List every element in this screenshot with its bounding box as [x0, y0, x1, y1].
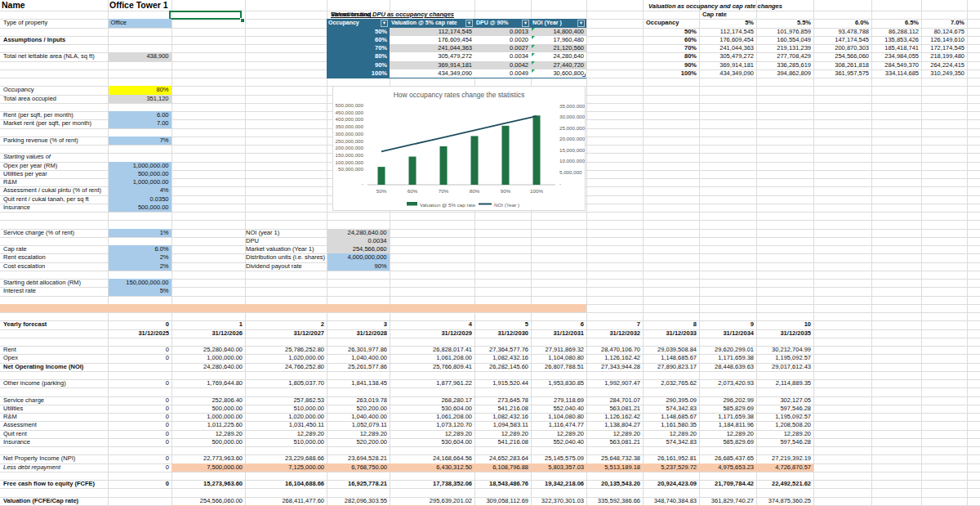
forecast-value-cell[interactable]: 28,448,639.63: [699, 363, 756, 371]
forecast-date-cell[interactable]: 31/12/2035: [756, 329, 813, 338]
forecast-value-cell[interactable]: 25,145,575.09: [531, 455, 586, 463]
forecast-value-cell[interactable]: 252,806.40: [172, 396, 245, 405]
stress-valuation-cell[interactable]: 112,174,545: [390, 28, 474, 36]
forecast-value-cell[interactable]: 25,786,252.80: [245, 346, 327, 354]
forecast-value-cell[interactable]: 0: [108, 413, 172, 421]
forecast-value-cell[interactable]: 520,200.00: [327, 438, 390, 446]
forecast-value-cell[interactable]: 18,543,486.76: [474, 480, 531, 488]
forecast-value-cell[interactable]: 530,604.00: [390, 438, 474, 446]
forecast-value-cell[interactable]: 597,546.28: [756, 405, 813, 413]
forecast-value-cell[interactable]: 279,118.69: [531, 396, 586, 405]
matrix-value-cell[interactable]: 264,224,415: [921, 61, 967, 69]
input-cell[interactable]: Office: [109, 19, 172, 27]
forecast-year-cell[interactable]: 7: [586, 320, 643, 329]
matrix-value-cell[interactable]: 284,549,370: [871, 61, 921, 69]
forecast-value-cell[interactable]: 12,289.20: [327, 430, 390, 438]
forecast-value-cell[interactable]: 290,395.09: [643, 396, 699, 405]
forecast-value-cell[interactable]: 541,216.08: [474, 405, 531, 413]
forecast-value-cell[interactable]: 1,161,580.35: [643, 421, 699, 429]
matrix-value-cell[interactable]: 135,853,426: [871, 36, 921, 44]
filter-button[interactable]: ▼: [381, 20, 388, 27]
property-name-cell[interactable]: Office Tower 1: [109, 0, 168, 11]
forecast-value-cell[interactable]: 29,017,612.43: [756, 363, 813, 371]
matrix-value-cell[interactable]: 219,131,239: [756, 44, 813, 52]
forecast-value-cell[interactable]: 1,061,208.00: [390, 413, 474, 421]
output-cell[interactable]: 254,566,060: [327, 245, 390, 253]
forecast-value-cell[interactable]: 1,040,400.00: [327, 354, 390, 362]
input-cell[interactable]: 2%: [109, 253, 172, 262]
stress-occupancy-cell[interactable]: 100%: [327, 69, 390, 78]
forecast-value-cell[interactable]: 1,094,583.11: [474, 421, 531, 429]
matrix-value-cell[interactable]: 93,478,788: [813, 28, 871, 36]
forecast-value-cell[interactable]: 27,219,392.19: [756, 455, 813, 463]
forecast-value-cell[interactable]: 574,342.83: [643, 405, 699, 413]
forecast-value-cell[interactable]: 1,208,508.20: [756, 421, 813, 429]
forecast-value-cell[interactable]: 309,058,112.69: [474, 497, 531, 505]
forecast-value-cell[interactable]: 1,082,432.16: [474, 413, 531, 421]
forecast-value-cell[interactable]: 7,125,000.00: [245, 463, 327, 472]
forecast-value-cell[interactable]: 26,282,145.60: [474, 363, 531, 371]
forecast-value-cell[interactable]: 322,370,301.03: [531, 497, 586, 505]
stress-noi-cell[interactable]: 17,960,480: [531, 36, 586, 44]
forecast-value-cell[interactable]: 1,877,961.22: [390, 379, 474, 387]
forecast-value-cell[interactable]: 520,200.00: [327, 405, 390, 413]
forecast-value-cell[interactable]: 585,829.69: [699, 438, 756, 446]
input-cell[interactable]: 7.00: [109, 119, 172, 128]
forecast-value-cell[interactable]: 597,546.28: [756, 438, 813, 446]
forecast-value-cell[interactable]: 1,841,138.45: [327, 379, 390, 387]
matrix-value-cell[interactable]: 305,479,272: [699, 52, 756, 60]
forecast-value-cell[interactable]: 0: [108, 396, 172, 405]
matrix-value-cell[interactable]: 80,124,675: [921, 28, 967, 36]
forecast-value-cell[interactable]: 24,766,252.80: [245, 363, 327, 371]
input-cell[interactable]: 4%: [109, 186, 172, 195]
forecast-value-cell[interactable]: 4,726,870.57: [756, 463, 813, 472]
stress-noi-cell[interactable]: 14,800,400: [531, 28, 586, 36]
matrix-value-cell[interactable]: 336,285,619: [756, 61, 813, 69]
stress-noi-cell[interactable]: 27,440,720: [531, 61, 586, 69]
forecast-value-cell[interactable]: 0: [108, 354, 172, 362]
forecast-value-cell[interactable]: 0: [108, 430, 172, 438]
forecast-value-cell[interactable]: 361,829,740.27: [699, 497, 756, 505]
forecast-value-cell[interactable]: 2,032,765.62: [643, 379, 699, 387]
forecast-value-cell[interactable]: 25,280,640.00: [172, 346, 245, 354]
matrix-value-cell[interactable]: 334,114,685: [871, 69, 921, 78]
forecast-value-cell[interactable]: 1,020,000.00: [245, 354, 327, 362]
forecast-value-cell[interactable]: 27,364,577.76: [474, 346, 531, 354]
forecast-value-cell[interactable]: 1,126,162.42: [586, 354, 643, 362]
stress-dpu-cell[interactable]: 0.0042: [474, 61, 531, 69]
table-resize-handle[interactable]: [582, 74, 586, 77]
matrix-col-header[interactable]: 6.0%: [813, 19, 871, 27]
forecast-value-cell[interactable]: 2,073,420.93: [699, 379, 756, 387]
forecast-value-cell[interactable]: 1,148,685.67: [643, 413, 699, 421]
forecast-value-cell[interactable]: 0: [108, 455, 172, 463]
forecast-value-cell[interactable]: 254,566,060.00: [172, 497, 245, 505]
forecast-value-cell[interactable]: 26,828,017.41: [390, 346, 474, 354]
forecast-value-cell[interactable]: 268,280.17: [390, 396, 474, 405]
forecast-value-cell[interactable]: 20,135,543.20: [586, 480, 643, 488]
forecast-value-cell[interactable]: 27,343,944.28: [586, 363, 643, 371]
forecast-value-cell[interactable]: 1,104,080.80: [531, 354, 586, 362]
forecast-value-cell[interactable]: 5,237,529.72: [643, 463, 699, 472]
filter-button[interactable]: ▼: [577, 20, 585, 27]
forecast-value-cell[interactable]: 25,648,732.38: [586, 455, 643, 463]
forecast-value-cell[interactable]: 1,769,644.80: [172, 379, 245, 387]
input-cell[interactable]: 80%: [109, 86, 172, 94]
input-cell[interactable]: 351,120: [109, 95, 172, 103]
forecast-value-cell[interactable]: 5,803,357.03: [531, 463, 586, 472]
stress-occupancy-cell[interactable]: 70%: [327, 44, 390, 52]
forecast-value-cell[interactable]: 1,104,080.80: [531, 413, 586, 421]
forecast-value-cell[interactable]: 12,289.20: [245, 430, 327, 438]
forecast-year-cell[interactable]: 6: [531, 320, 586, 329]
matrix-value-cell[interactable]: 112,174,545: [699, 28, 756, 36]
forecast-value-cell[interactable]: 24,652,283.64: [474, 455, 531, 463]
forecast-value-cell[interactable]: 1,073,120.70: [390, 421, 474, 429]
matrix-value-cell[interactable]: 434,349,090: [699, 69, 756, 78]
matrix-value-cell[interactable]: 185,418,741: [871, 44, 921, 52]
input-cell[interactable]: 500,000.00: [109, 170, 172, 178]
forecast-value-cell[interactable]: 563,081.21: [586, 438, 643, 446]
input-cell[interactable]: 5%: [109, 287, 172, 295]
forecast-year-cell[interactable]: 10: [756, 320, 813, 329]
forecast-value-cell[interactable]: 12,289.20: [586, 430, 643, 438]
input-cell[interactable]: 6.00: [109, 111, 172, 119]
matrix-value-cell[interactable]: 394,862,809: [756, 69, 813, 78]
